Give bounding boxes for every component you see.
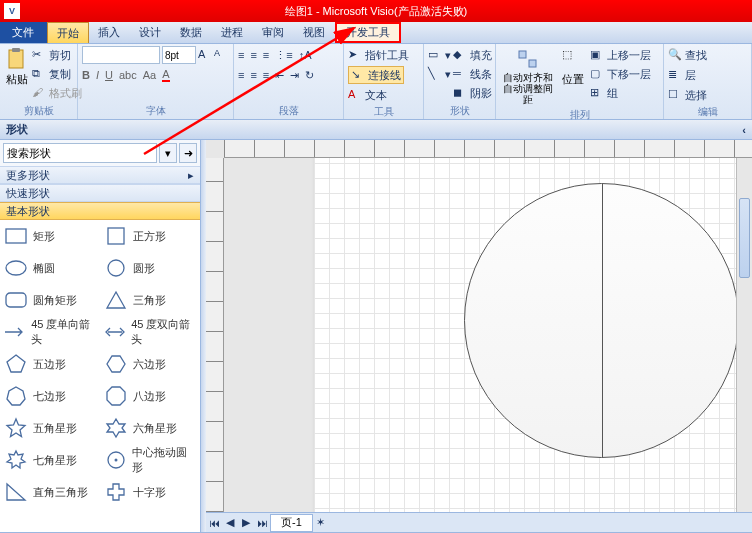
tab-data[interactable]: 数据 bbox=[171, 22, 212, 43]
quick-shape-button[interactable]: ╲▾ bbox=[428, 65, 451, 83]
bullets-icon[interactable]: ⋮≡ bbox=[275, 49, 292, 62]
align-top-icon[interactable]: ≡ bbox=[238, 49, 244, 61]
nav-next-icon[interactable]: ▶ bbox=[238, 515, 254, 531]
copy-icon: ⧉ bbox=[32, 67, 46, 81]
shadow-button[interactable]: ◼阴影 bbox=[453, 84, 492, 102]
format-painter-button[interactable]: 🖌格式刷 bbox=[32, 84, 82, 102]
text-direction-icon[interactable]: ↕A bbox=[299, 49, 312, 61]
tab-developer[interactable]: 开发工具 bbox=[335, 22, 401, 43]
search-shapes-input[interactable] bbox=[3, 143, 157, 163]
drawing-canvas[interactable] bbox=[224, 158, 752, 512]
select-button[interactable]: ☐选择 bbox=[668, 86, 707, 104]
auto-align-button[interactable]: 自动对齐和自动调整间距 bbox=[500, 46, 556, 107]
layer-button[interactable]: ≣层 bbox=[668, 66, 696, 84]
shape-item[interactable]: 六角星形 bbox=[100, 412, 200, 444]
line-button[interactable]: ═线条 bbox=[453, 65, 492, 83]
nav-prev-icon[interactable]: ◀ bbox=[222, 515, 238, 531]
tab-insert[interactable]: 插入 bbox=[89, 22, 130, 43]
align-middle-icon[interactable]: ≡ bbox=[250, 49, 256, 61]
text-tool-button[interactable]: A文本 bbox=[348, 86, 387, 104]
shape-item[interactable]: 十字形 bbox=[100, 476, 200, 508]
font-color-button[interactable]: A bbox=[162, 68, 169, 82]
page-tab[interactable]: 页-1 bbox=[270, 514, 313, 532]
shape-item[interactable]: 45 度双向箭头 bbox=[100, 316, 200, 348]
front-icon: ▣ bbox=[590, 48, 604, 62]
shape-item[interactable]: 五角星形 bbox=[0, 412, 100, 444]
send-backward-button[interactable]: ▢下移一层 bbox=[590, 65, 651, 83]
strike-button[interactable]: abc bbox=[119, 69, 137, 81]
underline-button[interactable]: U bbox=[105, 69, 113, 81]
svg-rect-2 bbox=[519, 51, 526, 58]
tab-review[interactable]: 审阅 bbox=[253, 22, 294, 43]
group-label: 形状 bbox=[428, 103, 491, 118]
font-size-select[interactable] bbox=[162, 46, 196, 64]
paste-button[interactable]: 粘贴 bbox=[4, 46, 30, 89]
group-label: 工具 bbox=[348, 104, 419, 119]
scrollbar-vertical[interactable] bbox=[736, 158, 752, 512]
shape-item[interactable]: 椭圆 bbox=[0, 252, 100, 284]
tab-file[interactable]: 文件 bbox=[0, 22, 47, 43]
shape-item[interactable]: 五边形 bbox=[0, 348, 100, 380]
align-left-icon[interactable]: ≡ bbox=[238, 69, 244, 81]
shape-item[interactable]: 七角星形 bbox=[0, 444, 100, 476]
splitter[interactable] bbox=[201, 140, 206, 532]
rect-icon bbox=[4, 224, 28, 248]
paste-label: 粘贴 bbox=[6, 72, 28, 87]
font-family-select[interactable] bbox=[82, 46, 160, 64]
indent-dec-icon[interactable]: ⇤ bbox=[275, 69, 284, 82]
rotate-text-icon[interactable]: ↻ bbox=[305, 69, 314, 82]
shape-item[interactable]: 七边形 bbox=[0, 380, 100, 412]
align-center-icon[interactable]: ≡ bbox=[250, 69, 256, 81]
italic-button[interactable]: I bbox=[96, 69, 99, 81]
tab-view[interactable]: 视图 bbox=[294, 22, 335, 43]
category-quick-shapes[interactable]: 快速形状 bbox=[0, 184, 200, 202]
category-more-shapes[interactable]: 更多形状▸ bbox=[0, 166, 200, 184]
chevron-left-icon[interactable]: ‹ bbox=[742, 124, 746, 136]
position-button[interactable]: ⬚ 位置 bbox=[558, 46, 588, 89]
nav-last-icon[interactable]: ⏭ bbox=[254, 515, 270, 531]
shape-label: 直角三角形 bbox=[33, 485, 88, 500]
pointer-tool-button[interactable]: ➤指针工具 bbox=[348, 46, 409, 64]
pentagon-icon bbox=[4, 352, 28, 376]
find-icon: 🔍 bbox=[668, 48, 682, 62]
search-dropdown-button[interactable]: ▾ bbox=[159, 143, 177, 163]
group-arrange: 自动对齐和自动调整间距 ⬚ 位置 ▣上移一层 ▢下移一层 ⊞组 排列 bbox=[496, 44, 664, 119]
circle-shape[interactable] bbox=[464, 183, 739, 458]
shape-item[interactable]: 直角三角形 bbox=[0, 476, 100, 508]
fill-button[interactable]: ◆填充 bbox=[453, 46, 492, 64]
grow-font-icon[interactable]: A bbox=[198, 48, 212, 62]
quick-shape-button[interactable]: ▭▾ bbox=[428, 46, 451, 64]
nav-first-icon[interactable]: ⏮ bbox=[206, 515, 222, 531]
scrollbar-thumb[interactable] bbox=[739, 198, 750, 278]
tab-design[interactable]: 设计 bbox=[130, 22, 171, 43]
search-go-button[interactable]: ➜ bbox=[179, 143, 197, 163]
shrink-font-icon[interactable]: A bbox=[214, 48, 228, 62]
align-icon bbox=[517, 48, 539, 70]
add-page-icon[interactable]: ✶ bbox=[313, 515, 329, 531]
indent-inc-icon[interactable]: ⇥ bbox=[290, 69, 299, 82]
shape-item[interactable]: 三角形 bbox=[100, 284, 200, 316]
shape-item[interactable]: 矩形 bbox=[0, 220, 100, 252]
tab-home[interactable]: 开始 bbox=[47, 22, 89, 43]
shape-item[interactable]: 六边形 bbox=[100, 348, 200, 380]
category-basic-shapes[interactable]: 基本形状 bbox=[0, 202, 200, 220]
shape-item[interactable]: 圆角矩形 bbox=[0, 284, 100, 316]
shape-item[interactable]: 圆形 bbox=[100, 252, 200, 284]
bring-forward-button[interactable]: ▣上移一层 bbox=[590, 46, 651, 64]
cut-button[interactable]: ✂剪切 bbox=[32, 46, 82, 64]
align-bottom-icon[interactable]: ≡ bbox=[263, 49, 269, 61]
find-button[interactable]: 🔍查找 bbox=[668, 46, 707, 64]
shape-item[interactable]: 正方形 bbox=[100, 220, 200, 252]
shape-item[interactable]: 中心拖动圆形 bbox=[100, 444, 200, 476]
align-right-icon[interactable]: ≡ bbox=[263, 69, 269, 81]
copy-button[interactable]: ⧉复制 bbox=[32, 65, 82, 83]
bold-button[interactable]: B bbox=[82, 69, 90, 81]
tab-process[interactable]: 进程 bbox=[212, 22, 253, 43]
group-label: 剪贴板 bbox=[4, 103, 73, 118]
centercircle-icon bbox=[104, 448, 127, 472]
shape-item[interactable]: 八边形 bbox=[100, 380, 200, 412]
connector-tool-button[interactable]: ↘连接线 bbox=[348, 66, 404, 84]
group-button[interactable]: ⊞组 bbox=[590, 84, 651, 102]
font-case-button[interactable]: Aa bbox=[143, 69, 156, 81]
shape-item[interactable]: 45 度单向箭头 bbox=[0, 316, 100, 348]
